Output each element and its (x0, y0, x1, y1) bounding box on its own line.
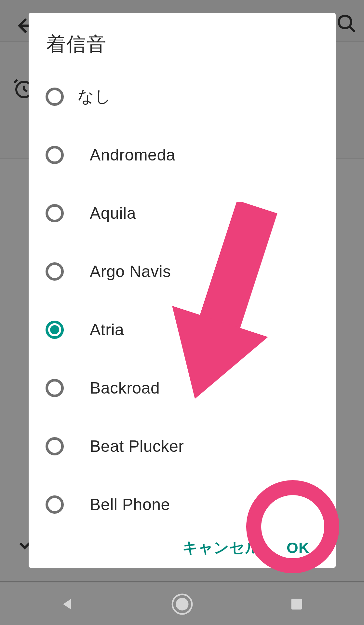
ringtone-option-label: Beat Plucker (90, 437, 184, 456)
radio-icon (46, 88, 64, 106)
nav-back-icon[interactable] (56, 592, 79, 616)
radio-icon (46, 204, 64, 222)
ringtone-option-label: Backroad (90, 379, 160, 397)
radio-icon (46, 437, 64, 455)
ringtone-option-label: Argo Navis (90, 262, 171, 281)
dialog-title: 着信音 (29, 13, 336, 65)
dialog-actions: キャンセル OK (29, 528, 336, 568)
radio-selected-icon (46, 321, 64, 339)
svg-point-3 (176, 598, 188, 611)
ringtone-option-list[interactable]: なし Andromeda Aquila Argo Navis Atria Bac… (29, 65, 336, 528)
ringtone-option[interactable]: Aquila (29, 184, 336, 242)
ringtone-option[interactable]: Atria (29, 300, 336, 359)
ok-button[interactable]: OK (287, 539, 310, 557)
radio-icon (46, 379, 64, 397)
ringtone-dialog: 着信音 なし Andromeda Aquila Argo Navis Atria… (29, 13, 336, 568)
cancel-button[interactable]: キャンセル (182, 538, 261, 558)
ringtone-option[interactable]: なし (29, 67, 336, 126)
radio-icon (46, 262, 64, 281)
ringtone-option[interactable]: Argo Navis (29, 242, 336, 300)
ringtone-option[interactable]: Backroad (29, 359, 336, 417)
nav-home-icon[interactable] (170, 592, 194, 616)
ringtone-option[interactable]: Andromeda (29, 126, 336, 184)
ringtone-option-label: Atria (90, 320, 124, 339)
ringtone-option[interactable]: Beat Plucker (29, 417, 336, 475)
ringtone-option-label: Andromeda (90, 146, 175, 164)
ringtone-option-label: Aquila (90, 204, 136, 223)
android-navbar (0, 583, 364, 625)
ringtone-option-label: Bell Phone (90, 495, 170, 514)
svg-rect-4 (291, 599, 302, 610)
ringtone-option-label: なし (77, 86, 111, 107)
nav-recent-icon[interactable] (285, 592, 308, 616)
radio-icon (46, 495, 64, 514)
ringtone-option[interactable]: Bell Phone (29, 475, 336, 528)
radio-icon (46, 146, 64, 164)
